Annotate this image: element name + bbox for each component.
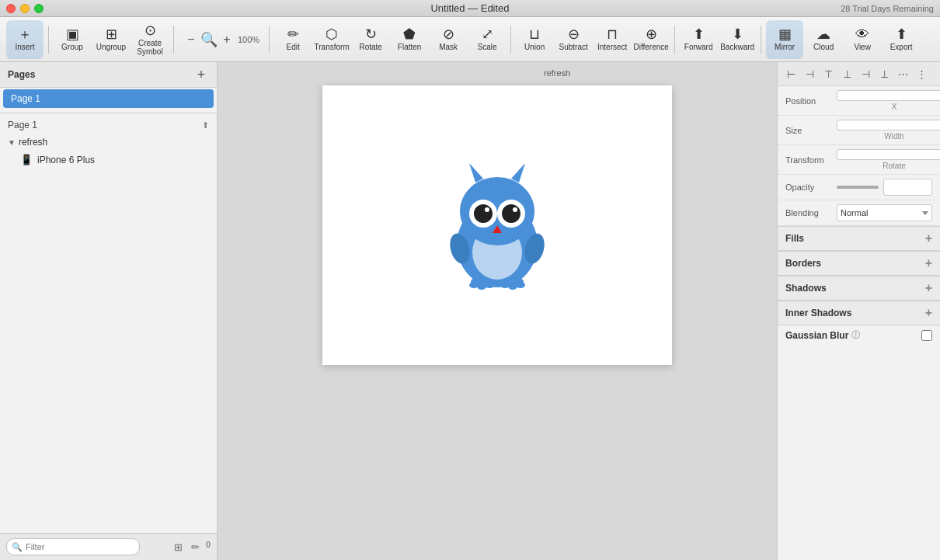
group-button[interactable]: ▣ Group [54, 20, 91, 59]
mask-button[interactable]: ⊘ Mask [430, 20, 467, 59]
distribute-v-button[interactable]: ⋮ [913, 65, 930, 82]
export-button[interactable]: ⬆ Export [883, 20, 920, 59]
traffic-lights [6, 4, 44, 13]
filter-input[interactable] [6, 538, 140, 555]
add-page-button[interactable]: + [193, 67, 209, 82]
backward-icon: ⬇ [732, 27, 743, 41]
page-layer-left: Page 1 [8, 120, 37, 130]
align-bottom-button[interactable]: ⊥ [876, 65, 893, 82]
cloud-button[interactable]: ☁ Cloud [805, 20, 842, 59]
transform-button[interactable]: ⬡ Transform [313, 20, 350, 59]
width-input-group: Width [837, 120, 940, 141]
scale-button[interactable]: ⤢ Scale [468, 20, 506, 59]
minimize-button[interactable] [20, 4, 30, 13]
align-right-button[interactable]: ⊣ [857, 65, 874, 82]
ungroup-button[interactable]: ⊞ Ungroup [92, 20, 130, 59]
rotate-button[interactable]: ↻ Rotate [352, 20, 389, 59]
transform-row: Transform Rotate ↔ Flip [778, 145, 940, 175]
bottom-icons: ⊞ ✏ 0 [172, 540, 211, 554]
borders-section-header[interactable]: Borders + [778, 251, 940, 276]
view-icon: 👁 [855, 27, 869, 41]
view-button[interactable]: 👁 View [844, 20, 881, 59]
iphone-layer-item[interactable]: 📱 iPhone 6 Plus [0, 151, 217, 169]
opacity-slider[interactable] [837, 186, 879, 189]
size-row: Size Width 🔒 Height [778, 116, 940, 145]
zoom-in-button[interactable]: + [219, 32, 235, 47]
inner-shadows-add-icon[interactable]: + [925, 306, 932, 320]
insert-icon: ＋ [18, 27, 32, 41]
blending-select[interactable]: Normal Multiply Screen Overlay [837, 204, 932, 221]
toolbar-divider-6 [761, 26, 761, 54]
page-1-item[interactable]: Page 1 [3, 89, 214, 108]
fills-add-icon[interactable]: + [925, 231, 932, 245]
mirror-button[interactable]: ▦ Mirror [766, 20, 803, 59]
artboard[interactable] [322, 85, 672, 365]
toolbar-divider-5 [674, 26, 675, 54]
backward-button[interactable]: ⬇ Backward [719, 20, 756, 59]
opacity-input[interactable] [883, 179, 933, 196]
union-button[interactable]: ⊔ Union [516, 20, 553, 59]
maximize-button[interactable] [34, 4, 44, 13]
edit-mode-button[interactable]: ✏ [189, 540, 203, 554]
width-input[interactable] [837, 120, 940, 130]
align-left-button[interactable]: ⊢ [782, 65, 799, 82]
shadows-section-header[interactable]: Shadows + [778, 276, 940, 301]
rotate-input[interactable] [837, 149, 940, 160]
page-layer-label: Page 1 [8, 120, 37, 130]
width-label: Width [837, 132, 940, 141]
difference-icon: ⊕ [646, 27, 657, 41]
inner-shadows-section-header[interactable]: Inner Shadows + [778, 301, 940, 325]
window-title: Untitled — Edited [430, 2, 509, 14]
create-symbol-button[interactable]: ⊙ Create Symbol [131, 20, 169, 59]
align-middle-v-button[interactable]: ⊥ [838, 65, 855, 82]
svg-point-10 [513, 207, 517, 212]
svg-point-19 [516, 282, 525, 288]
transform-label: Transform [785, 155, 832, 165]
x-input[interactable] [837, 90, 940, 101]
zoom-icon: 🔍 [200, 33, 218, 47]
zoom-level: 100% [238, 35, 259, 44]
borders-label: Borders [785, 258, 821, 269]
subtract-button[interactable]: ⊖ Subtract [555, 20, 592, 59]
flatten-button[interactable]: ⬟ Flatten [391, 20, 428, 59]
rotate-icon: ↻ [365, 27, 377, 41]
opacity-label: Opacity [785, 183, 832, 192]
refresh-group[interactable]: ▼ refresh [0, 134, 217, 151]
cloud-icon: ☁ [816, 27, 830, 41]
align-center-h-button[interactable]: ⊣ [801, 65, 818, 82]
scale-icon: ⤢ [482, 27, 493, 41]
svg-point-8 [502, 204, 520, 223]
chevron-down-icon: ▼ [8, 138, 16, 147]
ungroup-icon: ⊞ [106, 27, 117, 41]
alignment-toolbar: ⊢ ⊣ ⊤ ⊥ ⊣ ⊥ ⋯ ⋮ [778, 62, 940, 86]
fills-section-header[interactable]: Fills + [778, 226, 940, 251]
left-sidebar: Pages + Page 1 Page 1 ⬆ ▼ refresh 📱 iPho… [0, 62, 218, 560]
svg-marker-3 [469, 163, 483, 183]
toolbar-divider-1 [48, 26, 49, 54]
close-button[interactable] [6, 4, 16, 13]
rotate-input-group: Rotate [837, 149, 940, 170]
insert-button[interactable]: ＋ Insert [6, 20, 44, 59]
owl-illustration [435, 155, 559, 295]
distribute-h-button[interactable]: ⋯ [894, 65, 911, 82]
shadows-add-icon[interactable]: + [925, 281, 932, 295]
position-row: Position X Y [778, 86, 940, 116]
toolbar-divider-3 [269, 26, 270, 54]
export-small-icon: ⬆ [202, 120, 209, 130]
union-icon: ⊔ [529, 27, 540, 41]
borders-add-icon[interactable]: + [925, 256, 932, 270]
intersect-button[interactable]: ⊓ Intersect [594, 20, 631, 59]
zoom-out-button[interactable]: − [183, 32, 199, 47]
grid-view-button[interactable]: ⊞ [172, 540, 186, 554]
search-icon: 🔍 [12, 542, 23, 552]
subtract-icon: ⊖ [568, 27, 580, 41]
align-top-button[interactable]: ⊤ [820, 65, 837, 82]
blending-row: Blending Normal Multiply Screen Overlay [778, 200, 940, 226]
toolbar-divider-2 [173, 26, 174, 54]
edit-button[interactable]: ✏ Edit [274, 20, 312, 59]
forward-button[interactable]: ⬆ Forward [680, 20, 717, 59]
difference-button[interactable]: ⊕ Difference [632, 20, 670, 59]
gaussian-blur-checkbox[interactable] [921, 330, 932, 341]
right-panel: ⊢ ⊣ ⊤ ⊥ ⊣ ⊥ ⋯ ⋮ Position X Y Size [777, 62, 940, 560]
svg-marker-4 [511, 163, 525, 183]
